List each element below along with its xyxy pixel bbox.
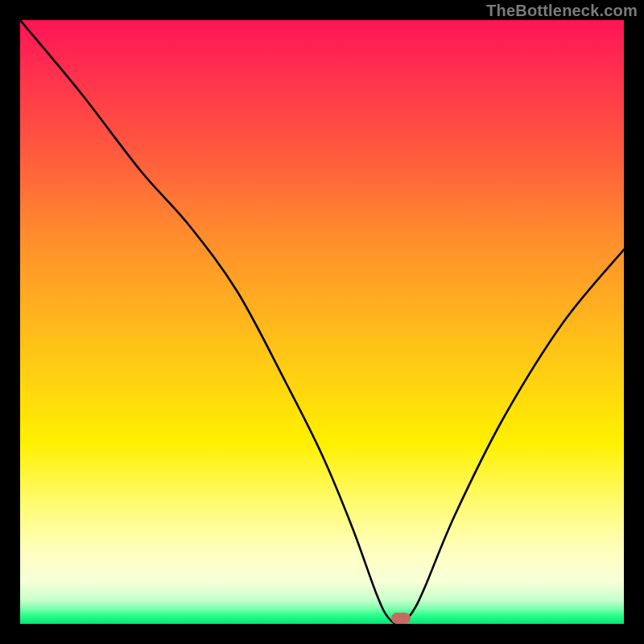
chart-plot-area: [20, 20, 624, 624]
optimum-marker: [391, 613, 411, 624]
chart-frame: TheBottleneck.com: [0, 0, 644, 644]
watermark-text: TheBottleneck.com: [486, 2, 638, 20]
bottleneck-curve: [20, 20, 624, 624]
